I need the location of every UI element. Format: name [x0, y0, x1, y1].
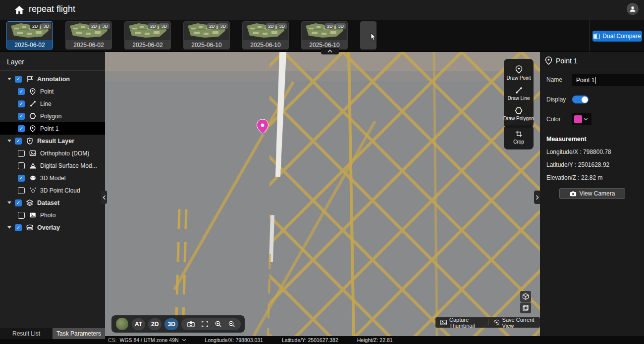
expand-chevron-icon[interactable]	[7, 226, 11, 229]
map-viewport[interactable]: Draw Point Draw Line Draw Polygon Crop A…	[105, 52, 540, 336]
layer-checkbox[interactable]	[18, 187, 25, 194]
layer-checkbox[interactable]	[18, 162, 25, 169]
2d-view-button[interactable]: 2D	[148, 318, 161, 330]
2d-badge[interactable]: 2D	[266, 23, 276, 29]
3d-badge[interactable]: 3D	[218, 23, 228, 29]
layer-checkbox[interactable]	[18, 113, 25, 120]
view-camera-button[interactable]: View Camera	[559, 188, 625, 199]
collapse-right-panel-handle[interactable]	[534, 191, 540, 204]
flight-thumbnail-partial[interactable]	[360, 21, 376, 49]
expand-chevron-icon[interactable]	[7, 201, 11, 204]
layer-checkbox[interactable]	[18, 212, 25, 219]
map-preview-image: 2D3D	[125, 22, 170, 40]
3d-badge[interactable]: 3D	[336, 23, 346, 29]
layer-checkbox[interactable]	[15, 224, 22, 231]
crop-button[interactable]: Crop	[504, 127, 534, 147]
display-toggle[interactable]	[572, 96, 589, 103]
layer-checkbox[interactable]	[18, 150, 25, 157]
collapse-strip-handle[interactable]	[321, 48, 339, 54]
3d-badge[interactable]: 3D	[41, 23, 51, 29]
layer-row-3d-model[interactable]: 3D Model	[0, 172, 105, 184]
dual-compare-button[interactable]: Dual Compare	[592, 31, 642, 42]
status-latitude: Latitude/Y: 2501627.382	[282, 337, 338, 343]
3d-badge[interactable]: 3D	[100, 23, 110, 29]
draw-polygon-button[interactable]: Draw Polygon	[504, 104, 534, 124]
layer-checkbox[interactable]	[18, 100, 25, 107]
3d-view-button[interactable]: 3D	[164, 318, 178, 330]
dsm-icon	[29, 162, 37, 170]
model-view-cube-icon[interactable]	[520, 291, 531, 302]
user-avatar-icon[interactable]	[627, 3, 639, 15]
point-properties-panel: Point 1 Name Point 1 Display Color Measu…	[540, 52, 644, 344]
minimap-thumbnail[interactable]	[115, 317, 129, 331]
layer-row-point[interactable]: Point	[0, 85, 105, 98]
zoom-out-icon[interactable]	[228, 321, 235, 327]
layer-row-polygon[interactable]: Polygon	[0, 110, 105, 122]
save-current-view-button[interactable]: Save Current View	[488, 317, 540, 329]
bottom-tabs: Result List Task Parameters	[0, 328, 105, 339]
layer-row-orthophoto-dom[interactable]: Orthophoto (DOM)	[0, 147, 105, 159]
color-picker[interactable]	[572, 113, 591, 125]
flight-thumbnail[interactable]: 2D3D2025-06-10	[301, 21, 348, 49]
layer-row-dataset[interactable]: Dataset	[0, 197, 105, 209]
capture-thumbnail-button[interactable]: Capture Thumbnail	[435, 317, 488, 329]
layer-row-line[interactable]: Line	[0, 98, 105, 110]
collapse-sidebar-handle[interactable]	[101, 191, 107, 204]
display-label: Display	[546, 96, 567, 103]
layer-row-point-1[interactable]: Point 1	[0, 122, 105, 135]
flight-thumbnail[interactable]: 2D3D2025-06-02	[6, 21, 53, 49]
cs-value: WGS 84 / UTM zone 49N	[120, 337, 179, 343]
layer-row-annotation[interactable]: Annotation	[0, 73, 105, 85]
expand-chevron-icon[interactable]	[7, 78, 11, 80]
measurement-title: Measurement	[546, 136, 644, 143]
screenshot-camera-icon[interactable]	[187, 321, 195, 327]
2d-badge[interactable]: 2D	[89, 23, 99, 29]
tab-result-list[interactable]: Result List	[0, 328, 53, 339]
layer-row-photo[interactable]: Photo	[0, 209, 105, 221]
flight-thumbnail[interactable]: 2D3D2025-06-10	[242, 21, 289, 49]
measurement-row: Longitude/X : 798800.78	[546, 148, 644, 155]
map-preview-image: 2D3D	[302, 22, 347, 40]
map-preview-image: 2D3D	[184, 22, 229, 40]
layer-row-overlay[interactable]: Overlay	[0, 221, 105, 234]
zoom-in-icon[interactable]	[215, 321, 221, 327]
layer-label: Digital Surface Mod...	[40, 162, 97, 169]
line-icon	[29, 100, 37, 108]
wireframe-view-cube-icon[interactable]	[520, 302, 531, 313]
layer-checkbox[interactable]	[18, 125, 25, 132]
save-view-icon	[493, 319, 500, 326]
orthophoto-icon	[29, 149, 37, 157]
layer-row-result-layer[interactable]: Result Layer	[0, 135, 105, 147]
status-longitude: Longitude/X: 798803.031	[205, 337, 263, 343]
2d-badge[interactable]: 2D	[325, 23, 335, 29]
2d-badge[interactable]: 2D	[30, 23, 40, 29]
home-icon[interactable]	[14, 4, 25, 15]
polygon-icon	[29, 112, 37, 120]
flight-thumbnail[interactable]: 2D3D2025-06-02	[124, 21, 171, 49]
2d-badge[interactable]: 2D	[207, 23, 217, 29]
layer-checkbox[interactable]	[15, 76, 22, 83]
expand-chevron-icon[interactable]	[7, 140, 11, 142]
layer-label: Overlay	[37, 224, 60, 231]
layer-checkbox[interactable]	[18, 175, 25, 182]
3d-badge[interactable]: 3D	[159, 23, 169, 29]
draw-line-button[interactable]: Draw Line	[504, 84, 534, 104]
layer-label: Orthophoto (DOM)	[40, 150, 89, 157]
tab-task-parameters[interactable]: Task Parameters	[53, 328, 105, 339]
layer-checkbox[interactable]	[18, 88, 25, 95]
layer-checkbox[interactable]	[15, 199, 22, 206]
3d-badge[interactable]: 3D	[277, 23, 287, 29]
pin-icon	[29, 88, 37, 96]
draw-point-button[interactable]: Draw Point	[504, 62, 534, 84]
flight-thumbnail[interactable]: 2D3D2025-06-10	[183, 21, 230, 49]
layer-row-digital-surface-mod[interactable]: Digital Surface Mod...	[0, 159, 105, 172]
layer-row-3d-point-cloud[interactable]: 3D Point Cloud	[0, 184, 105, 197]
at-view-button[interactable]: AT	[132, 318, 145, 330]
layer-checkbox[interactable]	[15, 138, 22, 145]
name-input[interactable]: Point 1	[572, 74, 644, 86]
view-toolbar: AT 2D 3D	[111, 315, 245, 333]
2d-badge[interactable]: 2D	[148, 23, 158, 29]
cs-dropdown-chevron-icon[interactable]	[182, 339, 186, 342]
fit-view-icon[interactable]	[202, 321, 208, 327]
flight-thumbnail[interactable]: 2D3D2025-06-02	[65, 21, 112, 49]
